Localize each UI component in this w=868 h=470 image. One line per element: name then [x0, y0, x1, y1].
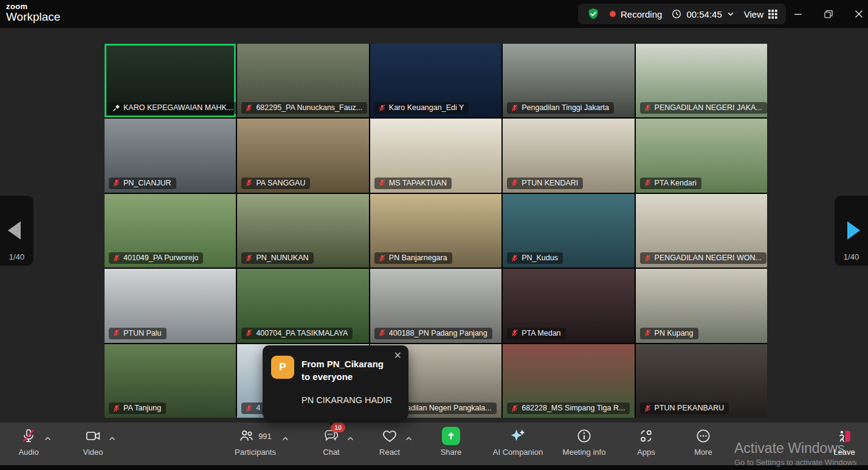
apps-icon: [638, 428, 654, 444]
meeting-timer[interactable]: 00:54:45: [672, 9, 734, 19]
participant-name-label: 401049_PA Purworejo: [109, 252, 203, 264]
mic-off-icon: [644, 104, 652, 112]
chat-notification-popup[interactable]: P From PN_Cikarang to everyone PN CIKARA…: [263, 345, 408, 420]
video-tile[interactable]: Pengadilan Tinggi Jakarta: [503, 44, 634, 117]
participant-name: MS TAPAKTUAN: [389, 179, 447, 187]
minimize-button[interactable]: [784, 0, 812, 28]
apps-button[interactable]: Apps: [619, 426, 673, 461]
pin-icon: [112, 104, 120, 112]
mic-off-icon: [511, 179, 518, 187]
participant-name: PENGADILAN NEGERI WON...: [655, 254, 762, 262]
meeting-info-label: Meeting info: [554, 448, 615, 457]
participants-button[interactable]: 991 Participants: [225, 426, 286, 461]
video-options-chevron-icon[interactable]: [109, 432, 115, 443]
video-button[interactable]: Video: [66, 426, 120, 461]
ai-companion-button[interactable]: AI Companion: [484, 426, 551, 461]
leave-label: Leave: [817, 448, 868, 457]
mic-off-icon: [378, 254, 386, 262]
arrow-left-icon: [8, 221, 21, 240]
next-page-button[interactable]: 1/40: [835, 196, 868, 266]
participant-name: 4: [256, 404, 260, 412]
participants-count: 991: [258, 432, 272, 441]
video-tile[interactable]: PN Banjarnegara: [370, 194, 501, 268]
participant-name: PENGADILAN NEGERI JAKA...: [655, 103, 762, 112]
mic-off-icon: [644, 179, 652, 187]
grid-view-icon: [768, 10, 777, 19]
mic-off-icon: [511, 254, 518, 262]
restore-button[interactable]: [815, 0, 842, 28]
video-tile[interactable]: PENGADILAN NEGERI WON...: [636, 194, 767, 268]
video-tile[interactable]: PENGADILAN NEGERI JAKA...: [636, 44, 767, 117]
react-label: React: [362, 448, 417, 457]
close-button[interactable]: [845, 0, 868, 28]
chat-button[interactable]: 10 Chat: [304, 426, 359, 461]
audio-options-chevron-icon[interactable]: [44, 432, 51, 443]
participant-name: PTA Kendari: [655, 179, 697, 187]
mic-off-icon: [644, 329, 652, 337]
view-button[interactable]: View: [744, 9, 777, 19]
audio-button[interactable]: Audio: [1, 426, 56, 461]
participants-label: Participants: [225, 448, 286, 457]
video-label: Video: [66, 448, 120, 457]
video-tile[interactable]: PTA Kendari: [636, 119, 767, 192]
video-tile[interactable]: KARO KEPEGAWAIAN MAHK...: [105, 44, 236, 117]
video-tile[interactable]: 682295_PA Nunuckans_Fauz...: [237, 44, 368, 117]
logo-workplace: Workplace: [6, 11, 60, 23]
video-tile[interactable]: PA SANGGAU: [237, 119, 368, 192]
mic-off-icon: [245, 179, 253, 187]
participants-options-chevron-icon[interactable]: [282, 432, 289, 443]
video-tile[interactable]: PTUN PEKANBARU: [636, 344, 767, 418]
recording-dot-icon: [610, 11, 616, 17]
chat-popup-title: From PN_Cikarang to everyone: [301, 358, 394, 383]
video-tile[interactable]: PTA Medan: [503, 269, 634, 342]
timer-value: 00:54:45: [686, 9, 722, 19]
previous-page-button[interactable]: 1/40: [0, 196, 33, 266]
meeting-info-button[interactable]: Meeting info: [554, 426, 615, 461]
participant-name-label: PA Tanjung: [109, 403, 166, 414]
video-camera-icon: [85, 428, 101, 444]
video-tile[interactable]: PN_CIANJUR: [105, 119, 236, 192]
participant-name-label: 400188_PN Padang Panjang: [374, 328, 492, 339]
view-label: View: [744, 9, 763, 19]
mic-off-icon: [644, 254, 652, 262]
participant-name: PN_NUNUKAN: [256, 254, 308, 262]
mic-off-icon: [511, 404, 518, 412]
meeting-status-pill: Recording 00:54:45 View: [578, 4, 786, 24]
video-tile[interactable]: 682228_MS Simpang Tiga R...: [503, 344, 634, 418]
mic-off-icon: [245, 104, 253, 112]
participant-name-label: PA SANGGAU: [241, 178, 310, 189]
react-button[interactable]: React: [362, 426, 417, 461]
mic-off-icon: [378, 329, 386, 337]
video-tile[interactable]: MS TAPAKTUAN: [370, 119, 501, 192]
participant-name: PA SANGGAU: [256, 179, 305, 187]
popup-close-icon[interactable]: ✕: [394, 350, 402, 361]
share-screen-icon: [442, 427, 460, 445]
arrow-right-icon: [847, 221, 860, 240]
heart-react-icon: [382, 428, 398, 444]
video-tile[interactable]: 400188_PN Padang Panjang: [370, 269, 501, 342]
mic-off-icon: [112, 254, 120, 262]
participant-name: PN Kupang: [655, 329, 694, 337]
video-tile[interactable]: PTUN KENDARI: [503, 119, 634, 192]
video-tile[interactable]: PN_Kudus: [503, 194, 634, 268]
security-shield-icon[interactable]: [587, 7, 600, 21]
chat-options-chevron-icon[interactable]: [347, 432, 354, 443]
video-tile[interactable]: PA Tanjung: [105, 344, 236, 418]
video-tile[interactable]: 401049_PA Purworejo: [105, 194, 236, 268]
recording-indicator[interactable]: Recording: [610, 9, 662, 19]
mic-off-icon: [378, 104, 386, 112]
video-tile[interactable]: PN_NUNUKAN: [237, 194, 368, 268]
participant-name: PA Tanjung: [123, 404, 161, 412]
video-tile[interactable]: 400704_PA TASIKMALAYA: [237, 269, 368, 342]
react-options-chevron-icon[interactable]: [405, 432, 412, 443]
more-button[interactable]: More: [676, 426, 731, 461]
video-tile[interactable]: PTUN Palu: [105, 269, 236, 342]
participant-name: 682228_MS Simpang Tiga R...: [522, 404, 625, 412]
share-button[interactable]: Share: [424, 426, 478, 461]
video-tile[interactable]: PN Kupang: [636, 269, 767, 342]
mic-off-icon: [112, 179, 120, 187]
participant-name: Pengadilan Tinggi Jakarta: [522, 103, 609, 112]
leave-button[interactable]: Leave: [817, 426, 868, 461]
participant-name-label: PTA Kendari: [640, 178, 701, 189]
video-tile[interactable]: Karo Keuangan_Edi Y: [370, 44, 501, 117]
